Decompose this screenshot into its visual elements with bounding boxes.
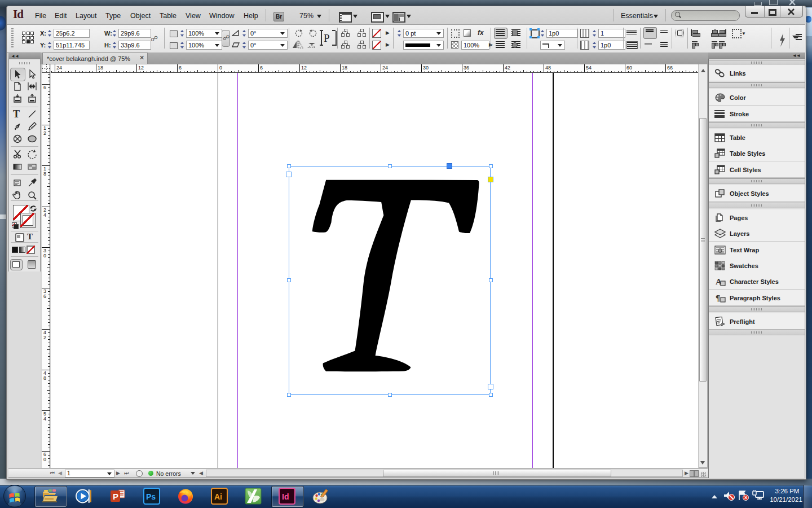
svg-text:Id: Id [282, 492, 289, 501]
svg-text:T: T [13, 109, 20, 119]
svg-text:¶: ¶ [716, 294, 720, 303]
svg-text:P: P [113, 492, 118, 501]
svg-text:Ps: Ps [146, 492, 156, 501]
svg-text:Ai: Ai [214, 492, 222, 501]
